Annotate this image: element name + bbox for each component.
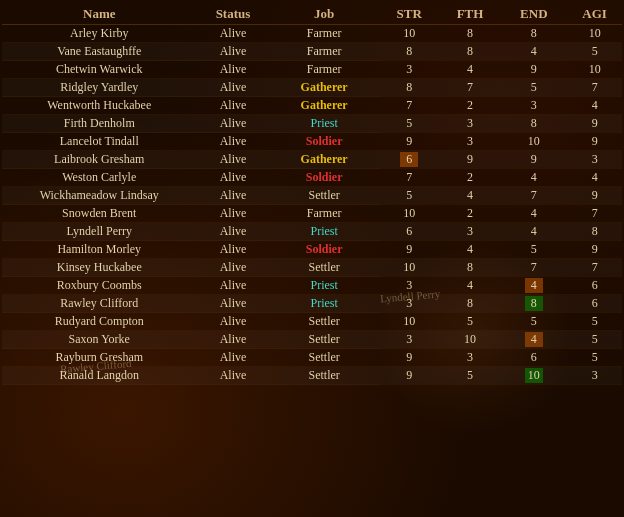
table-row[interactable]: Wentworth HuckabeeAliveGatherer7234 — [2, 97, 622, 115]
cell-job: Gatherer — [269, 97, 378, 115]
table-row[interactable]: Snowden BrentAliveFarmer10247 — [2, 205, 622, 223]
cell-job: Soldier — [269, 169, 378, 187]
table-row[interactable]: Lyndell PerryAlivePriest6348 — [2, 223, 622, 241]
cell-fth: 3 — [440, 223, 501, 241]
cell-fth: 4 — [440, 241, 501, 259]
cell-agi: 3 — [567, 151, 622, 169]
header-end: END — [500, 4, 567, 25]
table-row[interactable]: Hamilton MorleyAliveSoldier9459 — [2, 241, 622, 259]
cell-name: Chetwin Warwick — [2, 61, 197, 79]
table-row[interactable]: Firth DenholmAlivePriest5389 — [2, 115, 622, 133]
cell-end: 10 — [500, 367, 567, 385]
cell-end: 3 — [500, 97, 567, 115]
cell-fth: 4 — [440, 277, 501, 295]
cell-end: 6 — [500, 349, 567, 367]
cell-name: Arley Kirby — [2, 25, 197, 43]
cell-str: 3 — [379, 61, 440, 79]
cell-end: 4 — [500, 277, 567, 295]
cell-str: 7 — [379, 97, 440, 115]
cell-name: Saxon Yorke — [2, 331, 197, 349]
cell-name: Ridgley Yardley — [2, 79, 197, 97]
cell-str: 3 — [379, 277, 440, 295]
cell-str: 5 — [379, 115, 440, 133]
cell-end: 4 — [500, 43, 567, 61]
cell-status: Alive — [197, 187, 270, 205]
table-row[interactable]: Saxon YorkeAliveSettler31045 — [2, 331, 622, 349]
cell-status: Alive — [197, 331, 270, 349]
cell-agi: 3 — [567, 367, 622, 385]
cell-end: 7 — [500, 187, 567, 205]
table-row[interactable]: Rawley CliffordAlivePriest3886 — [2, 295, 622, 313]
table-row[interactable]: Chetwin WarwickAliveFarmer34910 — [2, 61, 622, 79]
table-row[interactable]: Rayburn GreshamAliveSettler9365 — [2, 349, 622, 367]
cell-str: 9 — [379, 133, 440, 151]
cell-str: 6 — [379, 223, 440, 241]
cell-name: Laibrook Gresham — [2, 151, 197, 169]
cell-agi: 6 — [567, 277, 622, 295]
table-row[interactable]: Ridgley YardleyAliveGatherer8757 — [2, 79, 622, 97]
cell-job: Soldier — [269, 241, 378, 259]
table-row[interactable]: Wickhameadow LindsayAliveSettler5479 — [2, 187, 622, 205]
table-row[interactable]: Vane EastaughffeAliveFarmer8845 — [2, 43, 622, 61]
cell-job: Gatherer — [269, 79, 378, 97]
cell-agi: 5 — [567, 349, 622, 367]
cell-end: 5 — [500, 79, 567, 97]
cell-fth: 9 — [440, 151, 501, 169]
cell-status: Alive — [197, 295, 270, 313]
cell-fth: 5 — [440, 367, 501, 385]
cell-fth: 3 — [440, 133, 501, 151]
cell-job: Settler — [269, 313, 378, 331]
cell-status: Alive — [197, 133, 270, 151]
table-header: Name Status Job STR FTH END AGI — [2, 4, 622, 25]
table-row[interactable]: Lancelot TindallAliveSoldier93109 — [2, 133, 622, 151]
cell-job: Settler — [269, 367, 378, 385]
cell-status: Alive — [197, 115, 270, 133]
cell-job: Soldier — [269, 133, 378, 151]
table-row[interactable]: Weston CarlyleAliveSoldier7244 — [2, 169, 622, 187]
cell-agi: 8 — [567, 223, 622, 241]
cell-agi: 5 — [567, 313, 622, 331]
character-table: Name Status Job STR FTH END AGI Arley Ki… — [2, 4, 622, 385]
cell-str: 10 — [379, 259, 440, 277]
cell-str: 9 — [379, 241, 440, 259]
cell-name: Hamilton Morley — [2, 241, 197, 259]
header-name: Name — [2, 4, 197, 25]
cell-name: Firth Denholm — [2, 115, 197, 133]
table-row[interactable]: Roxbury CoombsAlivePriest3446 — [2, 277, 622, 295]
cell-status: Alive — [197, 259, 270, 277]
cell-agi: 4 — [567, 97, 622, 115]
table-row[interactable]: Arley KirbyAliveFarmer108810 — [2, 25, 622, 43]
cell-agi: 5 — [567, 331, 622, 349]
cell-end: 4 — [500, 205, 567, 223]
cell-name: Lancelot Tindall — [2, 133, 197, 151]
cell-end: 4 — [500, 223, 567, 241]
cell-agi: 9 — [567, 133, 622, 151]
cell-agi: 6 — [567, 295, 622, 313]
cell-fth: 7 — [440, 79, 501, 97]
cell-str: 3 — [379, 331, 440, 349]
table-body: Arley KirbyAliveFarmer108810Vane Eastaug… — [2, 25, 622, 385]
cell-fth: 4 — [440, 187, 501, 205]
cell-status: Alive — [197, 367, 270, 385]
table-row[interactable]: Kinsey HuckabeeAliveSettler10877 — [2, 259, 622, 277]
cell-status: Alive — [197, 151, 270, 169]
cell-str: 9 — [379, 349, 440, 367]
cell-end: 7 — [500, 259, 567, 277]
table-row[interactable]: Ranald LangdonAliveSettler95103 — [2, 367, 622, 385]
table-row[interactable]: Laibrook GreshamAliveGatherer6993 — [2, 151, 622, 169]
cell-fth: 8 — [440, 259, 501, 277]
cell-end: 4 — [500, 331, 567, 349]
cell-fth: 8 — [440, 43, 501, 61]
cell-agi: 9 — [567, 241, 622, 259]
cell-str: 10 — [379, 25, 440, 43]
cell-fth: 3 — [440, 115, 501, 133]
table-row[interactable]: Rudyard ComptonAliveSettler10555 — [2, 313, 622, 331]
cell-fth: 8 — [440, 25, 501, 43]
cell-job: Priest — [269, 277, 378, 295]
cell-fth: 5 — [440, 313, 501, 331]
cell-end: 4 — [500, 169, 567, 187]
cell-str: 8 — [379, 79, 440, 97]
cell-job: Farmer — [269, 61, 378, 79]
cell-end: 8 — [500, 115, 567, 133]
cell-str: 10 — [379, 205, 440, 223]
